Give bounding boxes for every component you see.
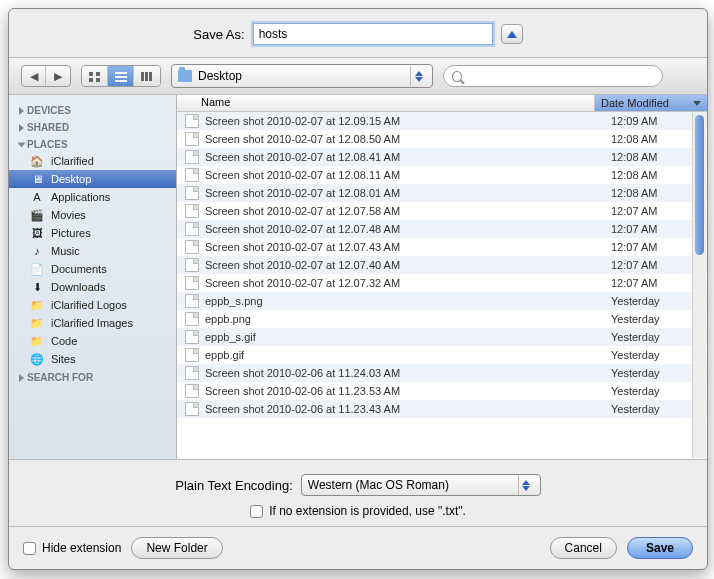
file-row[interactable]: Screen shot 2010-02-07 at 12.08.41 AM12:… [177, 148, 707, 166]
hide-extension-checkbox[interactable]: Hide extension [23, 541, 121, 555]
file-name: Screen shot 2010-02-06 at 11.23.43 AM [205, 403, 611, 415]
file-row[interactable]: Screen shot 2010-02-06 at 11.23.43 AMYes… [177, 400, 707, 418]
file-row[interactable]: Screen shot 2010-02-06 at 11.23.53 AMYes… [177, 382, 707, 400]
file-pane: Name Date Modified Screen shot 2010-02-0… [177, 95, 707, 459]
sidebar-section-shared[interactable]: SHARED [9, 118, 176, 135]
file-row[interactable]: Screen shot 2010-02-07 at 12.07.43 AM12:… [177, 238, 707, 256]
cancel-button[interactable]: Cancel [550, 537, 617, 559]
file-name: eppb_s.png [205, 295, 611, 307]
forward-button[interactable]: ▶ [46, 66, 70, 86]
apps-icon: A [29, 190, 45, 204]
sidebar-item-label: Desktop [51, 173, 91, 185]
triangle-up-icon [507, 31, 517, 38]
sidebar-section-search for[interactable]: SEARCH FOR [9, 368, 176, 385]
sidebar-item-label: iClarified Logos [51, 299, 127, 311]
list-view-button[interactable] [108, 66, 134, 86]
collapse-panel-button[interactable] [501, 24, 523, 44]
use-txt-extension-label: If no extension is provided, use ".txt". [269, 504, 466, 518]
scrollbar[interactable] [692, 113, 706, 458]
documents-icon: 📄 [29, 262, 45, 276]
document-icon [185, 294, 199, 308]
hide-extension-label: Hide extension [42, 541, 121, 555]
file-row[interactable]: Screen shot 2010-02-07 at 12.07.32 AM12:… [177, 274, 707, 292]
file-row[interactable]: Screen shot 2010-02-07 at 12.08.50 AM12:… [177, 130, 707, 148]
location-popup[interactable]: Desktop [171, 64, 433, 88]
file-row[interactable]: Screen shot 2010-02-07 at 12.07.40 AM12:… [177, 256, 707, 274]
use-txt-extension-checkbox[interactable]: If no extension is provided, use ".txt". [250, 504, 466, 518]
document-icon [185, 330, 199, 344]
file-name: Screen shot 2010-02-07 at 12.08.01 AM [205, 187, 611, 199]
file-row[interactable]: Screen shot 2010-02-07 at 12.07.48 AM12:… [177, 220, 707, 238]
svg-rect-5 [115, 76, 127, 78]
back-button[interactable]: ◀ [22, 66, 46, 86]
document-icon [185, 384, 199, 398]
svg-rect-9 [149, 72, 152, 81]
sidebar-item-pictures[interactable]: 🖼Pictures [9, 224, 176, 242]
search-input[interactable] [466, 70, 654, 82]
column-name[interactable]: Name [177, 95, 595, 111]
popup-stepper-icon [518, 475, 534, 495]
sites-icon: 🌐 [29, 352, 45, 366]
file-row[interactable]: Screen shot 2010-02-07 at 12.07.58 AM12:… [177, 202, 707, 220]
file-name: Screen shot 2010-02-06 at 11.24.03 AM [205, 367, 611, 379]
save-as-input[interactable] [253, 23, 493, 45]
file-name: Screen shot 2010-02-07 at 12.07.43 AM [205, 241, 611, 253]
sidebar-item-code[interactable]: 📁Code [9, 332, 176, 350]
sidebar-item-downloads[interactable]: ⬇Downloads [9, 278, 176, 296]
file-name: Screen shot 2010-02-06 at 11.23.53 AM [205, 385, 611, 397]
column-view-button[interactable] [134, 66, 160, 86]
popup-stepper-icon [410, 66, 426, 86]
music-icon: ♪ [29, 244, 45, 258]
file-row[interactable]: eppb_s.gifYesterday [177, 328, 707, 346]
file-row[interactable]: Screen shot 2010-02-07 at 12.09.15 AM12:… [177, 112, 707, 130]
file-name: Screen shot 2010-02-07 at 12.07.32 AM [205, 277, 611, 289]
sidebar-item-iclarified-images[interactable]: 📁iClarified Images [9, 314, 176, 332]
sidebar-item-music[interactable]: ♪Music [9, 242, 176, 260]
document-icon [185, 366, 199, 380]
scrollbar-thumb[interactable] [695, 115, 704, 255]
document-icon [185, 348, 199, 362]
file-row[interactable]: Screen shot 2010-02-07 at 12.08.11 AM12:… [177, 166, 707, 184]
sidebar-item-desktop[interactable]: 🖥Desktop [9, 170, 176, 188]
svg-rect-4 [115, 72, 127, 74]
sidebar-item-movies[interactable]: 🎬Movies [9, 206, 176, 224]
save-as-label: Save As: [193, 27, 244, 42]
disclosure-triangle-icon [19, 374, 24, 382]
sidebar-item-iclarified-logos[interactable]: 📁iClarified Logos [9, 296, 176, 314]
nav-back-forward: ◀ ▶ [21, 65, 71, 87]
file-list[interactable]: Screen shot 2010-02-07 at 12.09.15 AM12:… [177, 112, 707, 459]
sidebar-item-iclarified[interactable]: 🏠iClarified [9, 152, 176, 170]
svg-rect-7 [141, 72, 144, 81]
sidebar-item-label: Documents [51, 263, 107, 275]
desktop-icon: 🖥 [29, 172, 45, 186]
new-folder-button[interactable]: New Folder [131, 537, 222, 559]
sidebar-item-documents[interactable]: 📄Documents [9, 260, 176, 278]
sidebar-item-label: Applications [51, 191, 110, 203]
file-row[interactable]: Screen shot 2010-02-06 at 11.24.03 AMYes… [177, 364, 707, 382]
file-row[interactable]: eppb.gifYesterday [177, 346, 707, 364]
save-button[interactable]: Save [627, 537, 693, 559]
document-icon [185, 114, 199, 128]
file-row[interactable]: eppb_s.pngYesterday [177, 292, 707, 310]
sidebar-section-devices[interactable]: DEVICES [9, 101, 176, 118]
disclosure-triangle-icon [18, 142, 26, 147]
sidebar-section-places[interactable]: PLACES [9, 135, 176, 152]
sidebar-item-label: Movies [51, 209, 86, 221]
sidebar-item-sites[interactable]: 🌐Sites [9, 350, 176, 368]
sidebar-item-label: iClarified [51, 155, 94, 167]
encoding-popup[interactable]: Western (Mac OS Roman) [301, 474, 541, 496]
document-icon [185, 312, 199, 326]
column-date-modified[interactable]: Date Modified [595, 95, 707, 111]
file-row[interactable]: Screen shot 2010-02-07 at 12.08.01 AM12:… [177, 184, 707, 202]
bottom-bar: Hide extension New Folder Cancel Save [9, 527, 707, 569]
svg-rect-8 [145, 72, 148, 81]
save-as-row: Save As: [9, 9, 707, 57]
sidebar-item-applications[interactable]: AApplications [9, 188, 176, 206]
browser-toolbar: ◀ ▶ Desktop [9, 57, 707, 95]
file-row[interactable]: eppb.pngYesterday [177, 310, 707, 328]
sidebar: DEVICESSHAREDPLACES🏠iClarified🖥DesktopAA… [9, 95, 177, 459]
search-field[interactable] [443, 65, 663, 87]
list-icon [114, 71, 128, 82]
file-name: eppb_s.gif [205, 331, 611, 343]
icon-view-button[interactable] [82, 66, 108, 86]
